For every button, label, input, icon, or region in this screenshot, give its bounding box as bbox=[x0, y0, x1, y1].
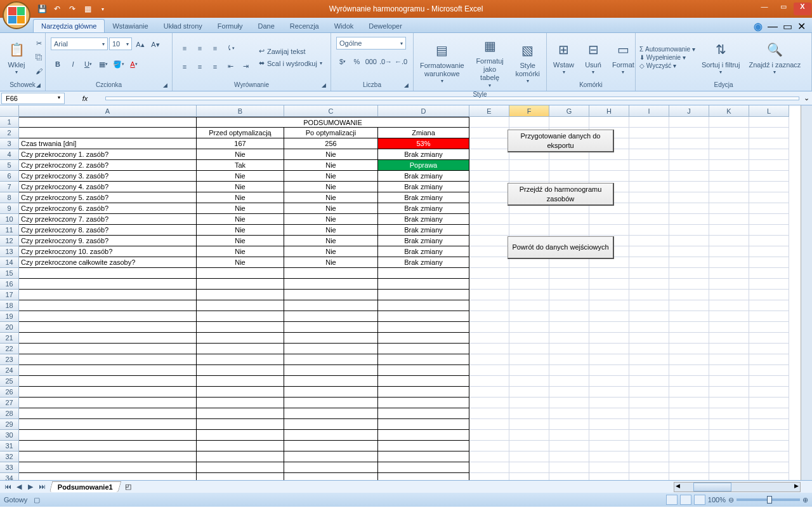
cell[interactable] bbox=[669, 236, 709, 246]
cell[interactable] bbox=[589, 365, 629, 376]
cell[interactable] bbox=[709, 322, 749, 333]
cell[interactable] bbox=[709, 387, 749, 398]
decrease-font-icon[interactable]: A▾ bbox=[148, 37, 162, 51]
cell[interactable] bbox=[469, 160, 509, 171]
cell[interactable] bbox=[589, 451, 629, 462]
cell[interactable] bbox=[284, 419, 378, 430]
cell[interactable] bbox=[19, 117, 197, 128]
cell[interactable] bbox=[284, 398, 378, 408]
cell[interactable]: Nie bbox=[197, 192, 284, 203]
cell[interactable] bbox=[669, 246, 709, 257]
cell[interactable] bbox=[709, 279, 749, 290]
macro-button[interactable]: Powrót do danych wejściowych bbox=[508, 236, 614, 259]
cell[interactable] bbox=[669, 376, 709, 387]
clear-button[interactable]: ◇ Wyczyść ▾ bbox=[639, 62, 695, 69]
cell[interactable] bbox=[197, 322, 284, 333]
cell[interactable] bbox=[469, 365, 509, 376]
cell[interactable]: Brak zmiany bbox=[378, 246, 469, 257]
cell[interactable] bbox=[629, 203, 669, 214]
cell[interactable] bbox=[629, 138, 669, 149]
cell[interactable] bbox=[469, 398, 509, 408]
cell[interactable] bbox=[469, 300, 509, 311]
cell[interactable] bbox=[749, 398, 789, 408]
fx-icon[interactable]: fx bbox=[82, 95, 88, 102]
cell[interactable] bbox=[509, 344, 549, 354]
cell[interactable]: Brak zmiany bbox=[378, 236, 469, 246]
cell[interactable] bbox=[709, 408, 749, 419]
cell[interactable] bbox=[709, 311, 749, 322]
cell[interactable]: 256 bbox=[284, 138, 378, 149]
cell[interactable] bbox=[669, 430, 709, 441]
cell[interactable] bbox=[629, 311, 669, 322]
cell[interactable]: Nie bbox=[284, 149, 378, 160]
cell[interactable] bbox=[709, 290, 749, 300]
cell[interactable] bbox=[749, 128, 789, 138]
cell[interactable] bbox=[284, 322, 378, 333]
minimize-button[interactable]: — bbox=[756, 3, 773, 15]
cell[interactable]: Czy przekroczony 10. zasób? bbox=[19, 246, 197, 257]
align-left-icon[interactable]: ≡ bbox=[178, 60, 192, 74]
cell[interactable] bbox=[378, 376, 469, 387]
cell[interactable] bbox=[509, 171, 549, 182]
cell[interactable] bbox=[749, 462, 789, 473]
cell[interactable] bbox=[469, 182, 509, 192]
cell[interactable] bbox=[284, 365, 378, 376]
cell[interactable] bbox=[549, 311, 589, 322]
cell[interactable] bbox=[378, 322, 469, 333]
cell[interactable] bbox=[378, 462, 469, 473]
border-icon[interactable]: ▦▾ bbox=[96, 57, 110, 71]
cell[interactable]: Czy przekroczony 9. zasób? bbox=[19, 236, 197, 246]
cell[interactable]: Poprawa bbox=[378, 160, 469, 171]
align-right-icon[interactable]: ≡ bbox=[208, 60, 222, 74]
cell[interactable]: Czy przekroczony 6. zasób? bbox=[19, 203, 197, 214]
cell[interactable] bbox=[749, 246, 789, 257]
cell[interactable] bbox=[749, 365, 789, 376]
cell[interactable] bbox=[629, 462, 669, 473]
cell[interactable] bbox=[509, 408, 549, 419]
cell[interactable] bbox=[469, 171, 509, 182]
cell[interactable] bbox=[19, 365, 197, 376]
percent-icon[interactable]: % bbox=[350, 55, 363, 69]
cell[interactable] bbox=[469, 354, 509, 365]
cell[interactable] bbox=[749, 214, 789, 225]
cell[interactable] bbox=[589, 322, 629, 333]
cell[interactable]: Nie bbox=[197, 236, 284, 246]
row-header[interactable]: 33 bbox=[0, 462, 19, 473]
cell[interactable] bbox=[589, 160, 629, 171]
font-color-icon[interactable]: A▾ bbox=[127, 57, 141, 71]
row-header[interactable]: 15 bbox=[0, 268, 19, 279]
cell[interactable]: Brak zmiany bbox=[378, 171, 469, 182]
cell[interactable] bbox=[509, 473, 549, 480]
row-header[interactable]: 14 bbox=[0, 257, 19, 268]
cell[interactable]: Nie bbox=[284, 214, 378, 225]
cell[interactable] bbox=[19, 344, 197, 354]
cell[interactable] bbox=[669, 171, 709, 182]
cell[interactable] bbox=[549, 344, 589, 354]
row-header[interactable]: 17 bbox=[0, 290, 19, 300]
cell-styles-button[interactable]: ▧Style komórki▾ bbox=[511, 39, 544, 86]
cell[interactable] bbox=[509, 160, 549, 171]
tab-formulas[interactable]: Formuły bbox=[210, 20, 251, 32]
cell[interactable] bbox=[749, 451, 789, 462]
cell[interactable] bbox=[469, 376, 509, 387]
font-name-combo[interactable]: Arial▾ bbox=[51, 37, 108, 50]
cell[interactable] bbox=[378, 451, 469, 462]
new-sheet-icon[interactable]: ◰ bbox=[125, 483, 131, 491]
cell[interactable] bbox=[469, 290, 509, 300]
zoom-out-icon[interactable]: ⊖ bbox=[728, 496, 734, 504]
cell[interactable] bbox=[19, 387, 197, 398]
cell[interactable]: Nie bbox=[197, 203, 284, 214]
cell[interactable] bbox=[378, 333, 469, 344]
row-header[interactable]: 22 bbox=[0, 344, 19, 354]
cell[interactable] bbox=[19, 333, 197, 344]
cell[interactable] bbox=[378, 344, 469, 354]
cell[interactable] bbox=[669, 128, 709, 138]
cell[interactable] bbox=[589, 300, 629, 311]
row-header[interactable]: 11 bbox=[0, 225, 19, 236]
cell[interactable] bbox=[589, 419, 629, 430]
tab-first-icon[interactable]: ⏮ bbox=[3, 483, 13, 491]
row-header[interactable]: 4 bbox=[0, 149, 19, 160]
horizontal-scrollbar[interactable]: ◀ ▶ bbox=[674, 482, 801, 492]
format-painter-icon[interactable]: 🖌 bbox=[32, 64, 46, 78]
cell[interactable] bbox=[284, 387, 378, 398]
